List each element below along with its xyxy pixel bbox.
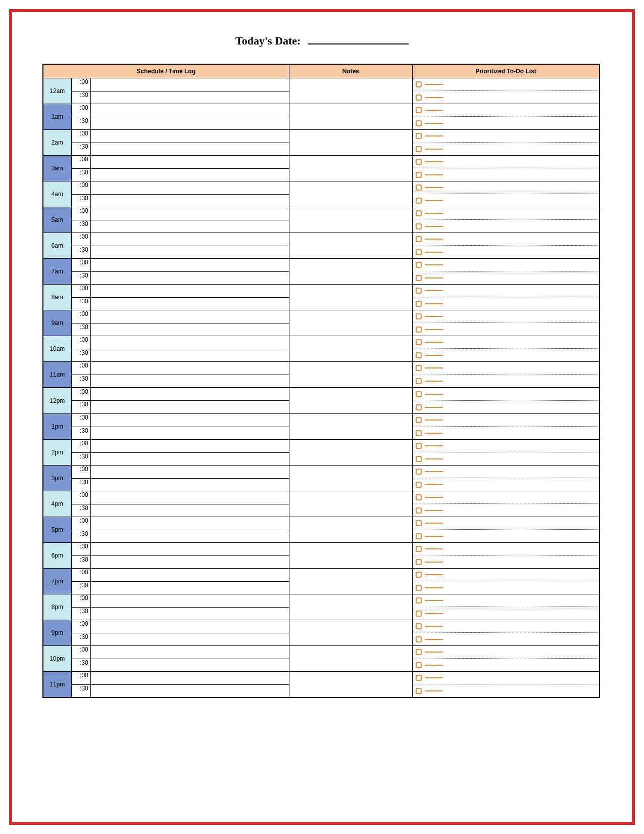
todo-line[interactable]: [413, 633, 599, 645]
todo-slot[interactable]: [413, 517, 600, 543]
todo-line[interactable]: [413, 104, 599, 117]
todo-line[interactable]: [413, 181, 599, 194]
todo-line[interactable]: [413, 156, 599, 168]
todo-line[interactable]: [413, 504, 599, 517]
schedule-slot[interactable]: [90, 388, 289, 401]
schedule-slot[interactable]: [90, 310, 289, 323]
schedule-slot[interactable]: [90, 91, 289, 104]
checkbox-icon[interactable]: [416, 95, 422, 101]
todo-line[interactable]: [413, 117, 599, 129]
schedule-slot[interactable]: [90, 375, 289, 388]
checkbox-icon[interactable]: [416, 688, 422, 694]
todo-line[interactable]: [413, 491, 599, 504]
notes-slot[interactable]: [289, 517, 413, 543]
checkbox-icon[interactable]: [416, 469, 422, 475]
notes-slot[interactable]: [289, 672, 413, 698]
checkbox-icon[interactable]: [416, 262, 422, 268]
checkbox-icon[interactable]: [416, 223, 422, 229]
todo-slot[interactable]: [413, 181, 600, 207]
notes-slot[interactable]: [289, 388, 413, 414]
notes-slot[interactable]: [289, 104, 413, 130]
notes-slot[interactable]: [289, 156, 413, 181]
schedule-slot[interactable]: [90, 259, 289, 272]
todo-line[interactable]: [413, 194, 599, 207]
checkbox-icon[interactable]: [416, 611, 422, 617]
checkbox-icon[interactable]: [416, 172, 422, 178]
todo-slot[interactable]: [413, 440, 600, 466]
schedule-slot[interactable]: [90, 504, 289, 517]
notes-slot[interactable]: [289, 78, 413, 104]
checkbox-icon[interactable]: [416, 443, 422, 449]
checkbox-icon[interactable]: [416, 649, 422, 655]
checkbox-icon[interactable]: [416, 585, 422, 591]
todo-line[interactable]: [413, 620, 599, 633]
checkbox-icon[interactable]: [416, 133, 422, 139]
notes-slot[interactable]: [289, 207, 413, 233]
todo-line[interactable]: [413, 285, 599, 297]
checkbox-icon[interactable]: [416, 662, 422, 668]
todo-slot[interactable]: [413, 78, 600, 104]
checkbox-icon[interactable]: [416, 430, 422, 436]
todo-slot[interactable]: [413, 414, 600, 440]
notes-slot[interactable]: [289, 310, 413, 336]
todo-line[interactable]: [413, 569, 599, 581]
todo-line[interactable]: [413, 543, 599, 555]
todo-slot[interactable]: [413, 233, 600, 259]
todo-line[interactable]: [413, 594, 599, 607]
todo-slot[interactable]: [413, 543, 600, 569]
schedule-slot[interactable]: [90, 362, 289, 375]
todo-slot[interactable]: [413, 646, 600, 672]
notes-slot[interactable]: [289, 233, 413, 259]
todo-line[interactable]: [413, 168, 599, 181]
checkbox-icon[interactable]: [416, 275, 422, 281]
checkbox-icon[interactable]: [416, 352, 422, 358]
schedule-slot[interactable]: [90, 517, 289, 530]
todo-line[interactable]: [413, 530, 599, 542]
schedule-slot[interactable]: [90, 569, 289, 582]
schedule-slot[interactable]: [90, 684, 289, 698]
schedule-slot[interactable]: [90, 207, 289, 220]
todo-slot[interactable]: [413, 207, 600, 233]
schedule-slot[interactable]: [90, 478, 289, 491]
todo-line[interactable]: [413, 427, 599, 439]
schedule-slot[interactable]: [90, 594, 289, 608]
schedule-slot[interactable]: [90, 78, 289, 91]
todo-line[interactable]: [413, 607, 599, 620]
schedule-slot[interactable]: [90, 466, 289, 479]
checkbox-icon[interactable]: [416, 198, 422, 204]
checkbox-icon[interactable]: [416, 365, 422, 371]
schedule-slot[interactable]: [90, 452, 289, 466]
checkbox-icon[interactable]: [416, 533, 422, 539]
todo-line[interactable]: [413, 517, 599, 530]
notes-slot[interactable]: [289, 646, 413, 672]
schedule-slot[interactable]: [90, 271, 289, 285]
checkbox-icon[interactable]: [416, 313, 422, 319]
todo-line[interactable]: [413, 323, 599, 336]
schedule-slot[interactable]: [90, 633, 289, 646]
todo-line[interactable]: [413, 349, 599, 361]
todo-line[interactable]: [413, 297, 599, 310]
todo-slot[interactable]: [413, 104, 600, 130]
checkbox-icon[interactable]: [416, 417, 422, 423]
todo-line[interactable]: [413, 414, 599, 427]
notes-slot[interactable]: [289, 594, 413, 620]
checkbox-icon[interactable]: [416, 236, 422, 242]
schedule-slot[interactable]: [90, 285, 289, 298]
schedule-slot[interactable]: [90, 181, 289, 195]
notes-slot[interactable]: [289, 362, 413, 388]
notes-slot[interactable]: [289, 336, 413, 362]
schedule-slot[interactable]: [90, 104, 289, 117]
todo-line[interactable]: [413, 375, 599, 387]
schedule-slot[interactable]: [90, 246, 289, 259]
schedule-slot[interactable]: [90, 543, 289, 556]
schedule-slot[interactable]: [90, 336, 289, 349]
schedule-slot[interactable]: [90, 581, 289, 594]
todo-line[interactable]: [413, 271, 599, 284]
todo-line[interactable]: [413, 310, 599, 323]
todo-slot[interactable]: [413, 310, 600, 336]
schedule-slot[interactable]: [90, 620, 289, 633]
todo-line[interactable]: [413, 130, 599, 143]
schedule-slot[interactable]: [90, 659, 289, 672]
checkbox-icon[interactable]: [416, 559, 422, 565]
schedule-slot[interactable]: [90, 117, 289, 130]
